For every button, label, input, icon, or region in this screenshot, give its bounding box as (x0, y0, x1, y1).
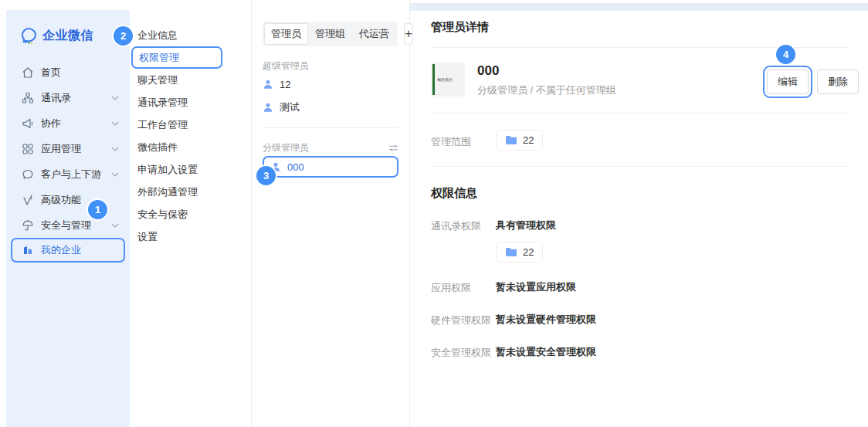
menu-item-permission-management[interactable]: 权限管理 (131, 46, 222, 69)
group-title-label: 分级管理员 (263, 141, 309, 154)
chat-bubble-icon (22, 168, 34, 181)
profile-actions: 编辑 删除 (767, 69, 862, 94)
permission-row-apps: 应用权限 暂未设置应用权限 (431, 280, 862, 295)
permission-chip-wrap: 22 (496, 242, 556, 263)
delete-button[interactable]: 删除 (817, 69, 859, 94)
admin-subtitle: 分级管理员 / 不属于任何管理组 (477, 83, 616, 97)
sidebar-item-label: 首页 (41, 66, 61, 80)
menu-item-join-settings[interactable]: 申请加入设置 (137, 158, 251, 181)
permission-label: 安全管理权限 (431, 345, 496, 360)
menu-item-wechat-plugin[interactable]: 微信插件 (137, 136, 251, 158)
chevron-down-icon (111, 172, 119, 177)
annotation-badge-4: 4 (776, 45, 795, 64)
group-title-label: 超级管理员 (263, 59, 309, 73)
menu-item-workbench-management[interactable]: 工作台管理 (137, 114, 251, 136)
sidebar-item-label: 应用管理 (41, 142, 81, 156)
permission-row-hardware: 硬件管理权限 暂未设置硬件管理权限 (431, 313, 862, 327)
person-icon (263, 79, 273, 90)
annotation-badge-3: 3 (256, 166, 276, 185)
group-title-super-admin: 超级管理员 (263, 59, 398, 73)
sidebar-item-collaboration[interactable]: 协作 (6, 110, 130, 136)
permission-label: 通讯录权限 (431, 219, 496, 233)
submenu: 企业信息 权限管理 聊天管理 通讯录管理 工作台管理 微信插件 申请加入设置 外… (130, 0, 251, 248)
member-name: 测试 (280, 100, 300, 114)
enterprise-icon (22, 244, 34, 256)
sidebar-item-label: 我的企业 (41, 243, 81, 257)
folder-icon (505, 247, 517, 257)
list-divider (263, 127, 398, 128)
admin-tabs-row: 管理员 管理组 代运营 + (263, 22, 398, 46)
sidebar-item-security[interactable]: 安全与管理 (6, 212, 130, 238)
avatar-text: 梅特系列 (437, 77, 453, 82)
annotation-badge-2: 2 (114, 26, 133, 46)
sidebar-item-my-enterprise[interactable]: 我的企业 (11, 238, 125, 263)
member-name: 12 (280, 79, 290, 90)
home-icon (22, 66, 34, 79)
permission-value: 暂未设置安全管理权限 (496, 345, 596, 359)
detail-title: 管理员详情 (431, 0, 862, 35)
permission-row-contacts: 通讯录权限 具有管理权限 22 (431, 219, 862, 263)
avatar-green-bar (432, 64, 435, 95)
permission-value: 具有管理权限 (496, 219, 556, 232)
menu-item-enterprise-info[interactable]: 企业信息 (137, 24, 251, 46)
sidebar-item-label: 客户与上下游 (41, 168, 101, 181)
admin-member-000[interactable]: 000 (263, 156, 398, 178)
folder-icon (505, 135, 517, 145)
menu-item-external-communication[interactable]: 外部沟通管理 (137, 181, 251, 203)
permission-value-block: 具有管理权限 22 (496, 219, 556, 263)
tab-agent-operation[interactable]: 代运营 (352, 23, 396, 45)
profile-info: 000 分级管理员 / 不属于任何管理组 (477, 63, 616, 97)
menu-item-settings[interactable]: 设置 (137, 225, 251, 248)
sparkle-wand-icon (22, 194, 34, 206)
menu-item-security-privacy[interactable]: 安全与保密 (137, 203, 251, 225)
annotation-badge-1: 1 (88, 200, 107, 219)
group-title-tiered-admin: 分级管理员 (263, 141, 398, 154)
permissions-title: 权限信息 (431, 186, 862, 201)
scope-row: 管理范围 22 (431, 130, 862, 151)
sidebar-item-advanced[interactable]: 高级功能 (6, 187, 130, 212)
megaphone-icon (22, 117, 34, 130)
chevron-down-icon (111, 223, 119, 228)
sidebar: 企业微信 首页 通讯录 协作 (6, 10, 130, 427)
admin-member-ceshi[interactable]: 测试 (263, 96, 398, 119)
logo: 企业微信 (6, 10, 130, 56)
sidebar-item-label: 高级功能 (41, 193, 81, 207)
admin-tabs: 管理员 管理组 代运营 (263, 22, 398, 46)
sidebar-item-app-management[interactable]: 应用管理 (6, 136, 130, 161)
person-icon (263, 102, 273, 113)
sidebar-nav: 首页 通讯录 协作 (6, 59, 130, 263)
edit-button[interactable]: 编辑 (767, 69, 809, 94)
permission-label: 应用权限 (431, 280, 496, 295)
permission-department-chip[interactable]: 22 (496, 242, 543, 263)
admin-name: 000 (477, 63, 616, 79)
avatar: 梅特系列 (431, 63, 465, 97)
menu-item-chat-management[interactable]: 聊天管理 (137, 69, 251, 91)
permission-row-security: 安全管理权限 暂未设置安全管理权限 (431, 345, 862, 360)
divider (431, 166, 849, 167)
tab-admins[interactable]: 管理员 (264, 23, 308, 45)
admin-profile: 梅特系列 000 分级管理员 / 不属于任何管理组 编辑 删除 (431, 63, 862, 97)
permission-label: 硬件管理权限 (431, 313, 496, 327)
sidebar-item-label: 通讯录 (41, 91, 71, 105)
sidebar-item-home[interactable]: 首页 (6, 59, 130, 85)
scope-label: 管理范围 (431, 130, 496, 149)
sort-adjust-icon[interactable] (388, 144, 398, 152)
menu-item-contacts-management[interactable]: 通讯录管理 (137, 91, 251, 114)
sidebar-item-contacts[interactable]: 通讯录 (6, 85, 130, 110)
chevron-down-icon (111, 121, 119, 126)
scope-department-chip[interactable]: 22 (496, 130, 543, 151)
member-name: 000 (287, 161, 304, 173)
chevron-down-icon (111, 147, 119, 151)
tab-admin-groups[interactable]: 管理组 (308, 23, 352, 45)
permission-value: 暂未设置应用权限 (496, 280, 576, 294)
admin-list-panel: 管理员 管理组 代运营 + 超级管理员 12 测试 分级管理员 (251, 0, 410, 427)
admin-member-12[interactable]: 12 (263, 73, 398, 96)
umbrella-icon (22, 219, 34, 232)
wecom-logo-icon (20, 27, 37, 44)
apps-grid-icon (22, 143, 34, 155)
sidebar-item-label: 安全与管理 (41, 219, 91, 232)
scope-chip-label: 22 (523, 134, 534, 146)
sidebar-item-customers[interactable]: 客户与上下游 (6, 161, 130, 187)
contacts-icon (22, 92, 34, 104)
logo-text: 企业微信 (42, 28, 93, 44)
